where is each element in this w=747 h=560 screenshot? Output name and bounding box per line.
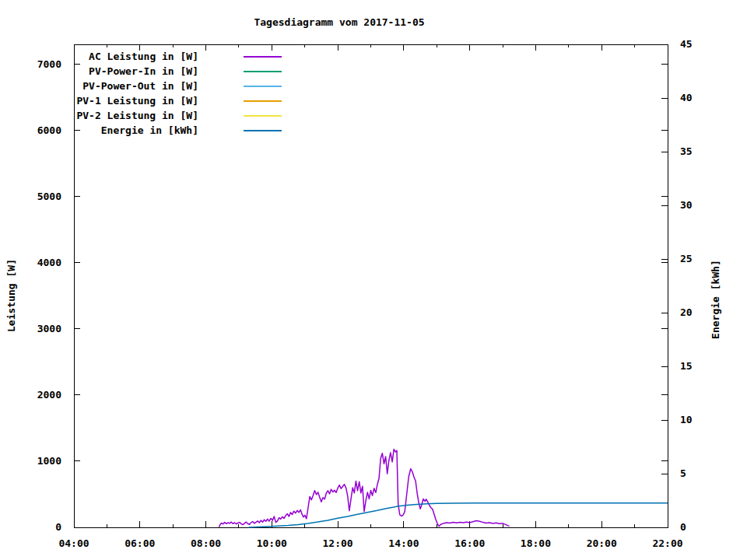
x-tick-label: 16:00 (454, 537, 485, 549)
y1-tick-label: 4000 (37, 257, 61, 268)
legend-label: AC Leistung in [W] (74, 51, 198, 62)
x-tick-label: 22:00 (652, 537, 682, 549)
legend-item-ac-leistung: AC Leistung in [W] (74, 49, 282, 64)
x-tick-label: 04:00 (58, 537, 89, 549)
y1-tick-label: 6000 (37, 124, 61, 136)
chart-title: Tagesdiagramm vom 2017-11-05 (0, 16, 679, 28)
legend-item-pv-power-out: PV-Power-Out in [W] (74, 79, 282, 93)
y2-axis-label: Energie [kWh] (710, 260, 721, 339)
y2-tick-label: 20 (680, 306, 693, 318)
y1-tick-label: 3000 (37, 323, 61, 334)
legend-item-energie: Energie in [kWh] (74, 123, 282, 138)
series-energie (249, 503, 668, 527)
legend-label: PV-Power-Out in [W] (74, 80, 198, 92)
legend-line-sample (244, 56, 282, 58)
y2-tick-label: 10 (680, 414, 693, 425)
y1-tick-label: 5000 (37, 191, 61, 202)
y2-tick-label: 25 (680, 253, 693, 264)
y2-tick-label: 30 (680, 199, 693, 211)
x-tick-label: 18:00 (521, 537, 551, 549)
chart-canvas: 04:0006:0008:0010:0012:0014:0016:0018:00… (0, 0, 747, 560)
legend-line-sample (244, 71, 282, 72)
legend-line-sample (244, 86, 282, 87)
x-tick-label: 14:00 (388, 537, 419, 549)
legend-line-sample (244, 115, 282, 117)
legend-item-pv2-leistung: PV-2 Leistung in [W] (74, 108, 282, 123)
legend-line-sample (244, 100, 282, 102)
y-axis-label: Leistung [W] (5, 259, 17, 332)
legend-item-pv-power-in: PV-Power-In in [W] (74, 64, 282, 79)
y2-tick-label: 45 (680, 38, 693, 50)
y2-tick-label: 0 (680, 521, 686, 533)
legend-label: PV-Power-In in [W] (74, 65, 198, 77)
x-tick-label: 12:00 (323, 537, 353, 549)
legend-label: PV-1 Leistung in [W] (74, 95, 198, 107)
y2-tick-label: 35 (680, 145, 693, 157)
y1-tick-label: 0 (55, 521, 61, 533)
x-tick-label: 10:00 (257, 537, 287, 549)
legend-label: PV-2 Leistung in [W] (74, 110, 198, 121)
y1-tick-label: 1000 (37, 455, 61, 467)
series-ac-leistung (219, 450, 510, 527)
x-tick-label: 20:00 (587, 537, 617, 549)
x-tick-label: 08:00 (191, 537, 221, 549)
y2-tick-label: 15 (680, 360, 693, 372)
legend-label: Energie in [kWh] (74, 124, 198, 136)
legend-item-pv1-leistung: PV-1 Leistung in [W] (74, 93, 282, 108)
legend-line-sample (244, 130, 282, 131)
legend: AC Leistung in [W] PV-Power-In in [W] PV… (74, 49, 282, 138)
y2-tick-label: 5 (680, 467, 686, 479)
y1-tick-label: 7000 (37, 58, 61, 70)
y2-tick-label: 40 (680, 92, 693, 103)
y1-tick-label: 2000 (37, 389, 61, 401)
x-tick-label: 06:00 (124, 537, 155, 549)
